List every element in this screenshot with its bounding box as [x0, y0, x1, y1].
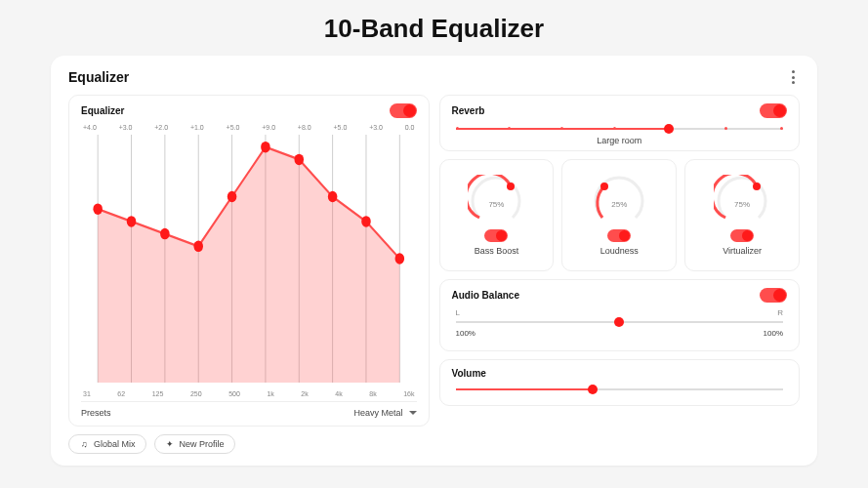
more-vertical-icon[interactable]	[786, 70, 800, 84]
audio-balance-panel: Audio Balance L R 100% 100%	[439, 279, 801, 351]
main-grid: Equalizer +4.0 +3.0 +2.0 +1.0 +5.0 +9.0 …	[68, 95, 800, 427]
reverb-panel: Reverb Large room	[439, 95, 801, 151]
new-profile-chip[interactable]: ✦ New Profile	[154, 434, 235, 454]
music-note-icon: ♫	[79, 439, 89, 449]
volume-slider[interactable]	[456, 388, 784, 390]
card-header: Equalizer	[68, 69, 800, 85]
virtualizer-label: Virtualizer	[723, 246, 762, 256]
bass-boost-knob[interactable]: 75%	[468, 175, 524, 231]
eq-band-labels: 31 62 125 250 500 1k 2k 4k 8k 16k	[81, 390, 417, 397]
chevron-down-icon	[409, 411, 417, 415]
svg-point-11	[127, 216, 137, 227]
balance-left-value: 100%	[456, 329, 475, 338]
svg-point-12	[160, 228, 170, 240]
loudness-toggle[interactable]	[607, 229, 631, 242]
equalizer-card: Equalizer Equalizer +4.0 +3.0 +2.0 +1.0 …	[51, 56, 817, 466]
svg-point-19	[395, 253, 405, 264]
balance-right-value: 100%	[764, 329, 783, 338]
sparkle-icon: ✦	[165, 439, 175, 449]
virtualizer-knob[interactable]: 75%	[714, 175, 770, 231]
bass-boost-panel: 75% Bass Boost	[439, 159, 555, 271]
preset-row: Presets Heavy Metal	[81, 401, 417, 418]
reverb-slider[interactable]	[456, 128, 784, 130]
page-title: 10-Band Equalizer	[0, 0, 868, 56]
svg-point-10	[93, 203, 103, 215]
balance-title: Audio Balance	[452, 290, 519, 301]
loudness-knob[interactable]: 25%	[591, 175, 647, 231]
balance-right-label: R	[777, 308, 783, 317]
preset-dropdown[interactable]: Heavy Metal	[353, 408, 416, 418]
volume-panel: Volume	[439, 359, 801, 406]
reverb-value-label: Large room	[452, 136, 788, 145]
reverb-title: Reverb	[452, 105, 485, 116]
footer-chips: ♫ Global Mix ✦ New Profile	[68, 434, 800, 454]
left-column: Equalizer +4.0 +3.0 +2.0 +1.0 +5.0 +9.0 …	[68, 95, 430, 427]
card-title: Equalizer	[68, 69, 129, 85]
eq-values-row: +4.0 +3.0 +2.0 +1.0 +5.0 +9.0 +8.0 +5.0 …	[81, 124, 417, 131]
reverb-toggle[interactable]	[760, 103, 787, 118]
svg-point-14	[227, 191, 237, 203]
svg-point-18	[361, 216, 371, 227]
svg-point-15	[261, 142, 270, 153]
bass-boost-toggle[interactable]	[484, 229, 508, 242]
volume-title: Volume	[452, 368, 788, 379]
balance-slider[interactable]	[456, 321, 784, 323]
global-mix-chip[interactable]: ♫ Global Mix	[68, 434, 146, 454]
virtualizer-panel: 75% Virtualizer	[684, 159, 800, 271]
svg-point-13	[193, 241, 203, 253]
balance-left-label: L	[456, 308, 460, 317]
equalizer-toggle[interactable]	[390, 103, 417, 118]
equalizer-title: Equalizer	[81, 105, 124, 116]
loudness-panel: 25% Loudness	[561, 159, 677, 271]
loudness-label: Loudness	[600, 246, 639, 256]
knob-row: 75% Bass Boost 25% Loudness	[439, 159, 801, 271]
right-column: Reverb Large room 75%	[439, 95, 801, 427]
equalizer-panel: Equalizer +4.0 +3.0 +2.0 +1.0 +5.0 +9.0 …	[68, 95, 430, 427]
preset-label: Presets	[81, 408, 111, 418]
balance-toggle[interactable]	[760, 288, 787, 303]
bass-boost-label: Bass Boost	[475, 246, 519, 256]
eq-chart[interactable]	[81, 135, 417, 383]
virtualizer-toggle[interactable]	[730, 229, 754, 242]
svg-point-17	[328, 191, 338, 203]
svg-point-16	[295, 154, 305, 166]
